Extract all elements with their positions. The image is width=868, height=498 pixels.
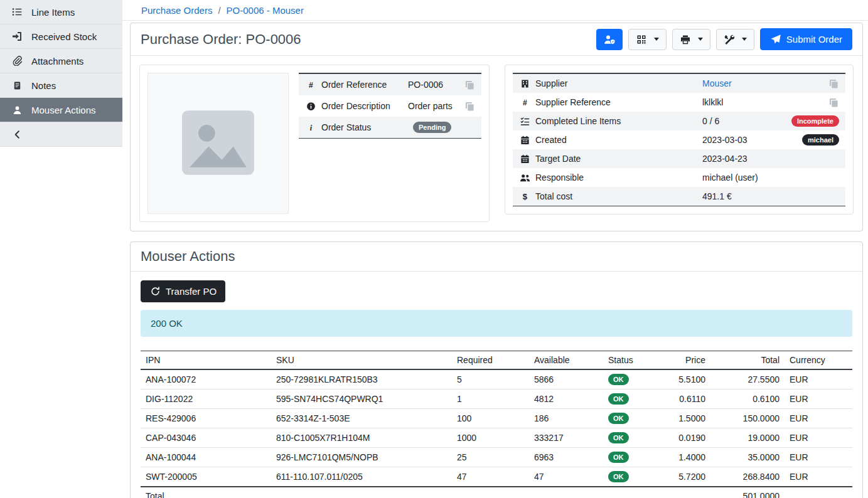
cell-available: 4812 bbox=[529, 389, 603, 409]
column-header-sku[interactable]: SKU bbox=[271, 351, 452, 370]
table-row: SWT-200005611-110.107.011/02054747OK5.72… bbox=[141, 467, 852, 487]
breadcrumb-link-current-order[interactable]: PO-0006 - Mouser bbox=[227, 5, 304, 16]
cell-currency: EUR bbox=[785, 389, 852, 409]
cell-currency: EUR bbox=[785, 409, 852, 428]
svg-text:#: # bbox=[523, 98, 527, 107]
svg-text:#: # bbox=[309, 80, 313, 89]
qr-code-icon bbox=[636, 34, 647, 45]
detail-value: Order parts bbox=[408, 101, 453, 111]
detail-row-total-cost: $Total cost491.1 € bbox=[513, 187, 845, 206]
user-actions-button[interactable] bbox=[596, 29, 623, 50]
column-header-currency[interactable]: Currency bbox=[785, 351, 852, 370]
calendar-icon bbox=[519, 154, 530, 164]
order-details: #Order ReferencePO-0006Order Description… bbox=[131, 56, 862, 231]
detail-label: Order Status bbox=[321, 122, 403, 132]
cell-total: 0.6100 bbox=[710, 389, 785, 409]
column-header-required[interactable]: Required bbox=[452, 351, 529, 370]
submit-order-label: Submit Order bbox=[786, 34, 842, 45]
header-actions: Submit Order bbox=[596, 28, 852, 50]
detail-value: lklklkl bbox=[702, 97, 723, 107]
detail-label: Completed Line Items bbox=[535, 116, 697, 126]
cell-ipn: RES-429006 bbox=[141, 409, 271, 428]
detail-value: 491.1 € bbox=[702, 191, 732, 201]
detail-value: 2023-04-23 bbox=[702, 154, 747, 164]
row-end: Incomplete bbox=[791, 115, 839, 127]
sidebar-item-label: Notes bbox=[31, 80, 56, 91]
caret-down-icon bbox=[654, 38, 659, 41]
cell-required: 47 bbox=[452, 467, 529, 487]
detail-value-link[interactable]: Mouser bbox=[702, 78, 732, 88]
sidebar-item-label: Attachments bbox=[31, 56, 83, 66]
parts-table: IPNSKURequiredAvailableStatusPriceTotalC… bbox=[141, 351, 852, 498]
column-header-total[interactable]: Total bbox=[710, 351, 785, 370]
status-badge: Pending bbox=[413, 122, 451, 133]
status-ok-badge: OK bbox=[608, 393, 629, 405]
list-icon bbox=[11, 7, 23, 17]
submit-order-button[interactable]: Submit Order bbox=[760, 28, 852, 50]
sidebar-item-label: Mouser Actions bbox=[31, 105, 96, 115]
cell-status: OK bbox=[603, 409, 654, 428]
cell-price: 5.7200 bbox=[654, 467, 710, 487]
detail-row-created: Created2023-03-03michael bbox=[513, 130, 845, 149]
sidebar-item-mouser-actions[interactable]: Mouser Actions bbox=[0, 98, 122, 122]
column-header-status[interactable]: Status bbox=[603, 351, 654, 370]
row-end bbox=[828, 97, 839, 107]
sidebar: Line ItemsReceived StockAttachmentsNotes… bbox=[0, 0, 122, 498]
table-row: CAP-043046810-C1005X7R1H104M1000333217OK… bbox=[141, 428, 852, 448]
barcode-menu-button[interactable] bbox=[628, 29, 667, 50]
sidebar-item-received-stock[interactable]: Received Stock bbox=[0, 24, 122, 49]
sidebar-item-notes[interactable]: Notes bbox=[0, 73, 122, 98]
cell-available: 6963 bbox=[529, 448, 603, 467]
users-icon bbox=[519, 172, 530, 183]
cell-currency: EUR bbox=[785, 428, 852, 448]
cell-total: 150.0000 bbox=[710, 409, 785, 428]
cell-total: 268.8400 bbox=[710, 467, 785, 487]
caret-down-icon bbox=[698, 38, 703, 41]
status-ok-badge: OK bbox=[608, 374, 629, 385]
detail-row-supplier: SupplierMouser bbox=[513, 74, 845, 93]
status-ok-badge: OK bbox=[608, 452, 629, 463]
detail-label: Created bbox=[535, 135, 697, 145]
footer-total-value: 501.0000 bbox=[710, 487, 785, 498]
print-menu-button[interactable] bbox=[672, 29, 710, 50]
dollar-icon: $ bbox=[519, 191, 530, 201]
detail-row-order-status: iOrder StatusPending bbox=[299, 117, 481, 138]
transfer-po-button[interactable]: Transfer PO bbox=[141, 280, 225, 302]
image-placeholder-icon bbox=[173, 97, 264, 190]
copy-icon[interactable] bbox=[464, 80, 475, 90]
cell-sku: 926-LMC7101QM5/NOPB bbox=[271, 448, 452, 467]
cell-sku: 250-72981KLRATR150B3 bbox=[271, 369, 452, 389]
order-actions-menu-button[interactable] bbox=[716, 29, 754, 50]
cell-sku: 810-C1005X7R1H104M bbox=[271, 428, 452, 448]
cell-currency: EUR bbox=[785, 369, 852, 389]
cell-ipn: CAP-043046 bbox=[141, 428, 271, 448]
cell-sku: 611-110.107.011/0205 bbox=[271, 467, 452, 487]
cell-total: 35.0000 bbox=[710, 448, 785, 467]
detail-label: Responsible bbox=[535, 172, 697, 183]
cell-ipn: DIG-112022 bbox=[141, 389, 271, 409]
status-ok-badge: OK bbox=[608, 471, 629, 482]
sign-in-icon bbox=[11, 31, 23, 41]
column-header-price[interactable]: Price bbox=[654, 351, 710, 370]
detail-value: michael (user) bbox=[702, 172, 758, 183]
column-header-available[interactable]: Available bbox=[529, 351, 603, 370]
sidebar-collapse-button[interactable] bbox=[0, 122, 122, 147]
sidebar-item-line-items[interactable]: Line Items bbox=[0, 0, 122, 24]
hash-icon: # bbox=[305, 80, 316, 90]
copy-icon[interactable] bbox=[464, 101, 475, 111]
sidebar-item-attachments[interactable]: Attachments bbox=[0, 49, 122, 73]
table-row: ANA-100044926-LMC7101QM5/NOPB256963OK1.4… bbox=[141, 448, 852, 467]
status-badge: Incomplete bbox=[791, 115, 839, 127]
row-end bbox=[828, 78, 839, 88]
breadcrumb-link-purchase-orders[interactable]: Purchase Orders bbox=[141, 5, 212, 16]
detail-label: Target Date bbox=[535, 154, 697, 164]
detail-row-supplier-reference: #Supplier Referencelklklkl bbox=[513, 93, 845, 112]
copy-icon[interactable] bbox=[828, 97, 839, 107]
column-header-ipn[interactable]: IPN bbox=[141, 351, 271, 370]
order-summary-card: #Order ReferencePO-0006Order Description… bbox=[139, 65, 490, 222]
cell-currency: EUR bbox=[785, 467, 852, 487]
supplier-info-table: SupplierMouser#Supplier Referencelklklkl… bbox=[513, 73, 845, 206]
cell-status: OK bbox=[603, 428, 654, 448]
paperclip-icon bbox=[11, 56, 23, 66]
copy-icon[interactable] bbox=[828, 78, 839, 88]
